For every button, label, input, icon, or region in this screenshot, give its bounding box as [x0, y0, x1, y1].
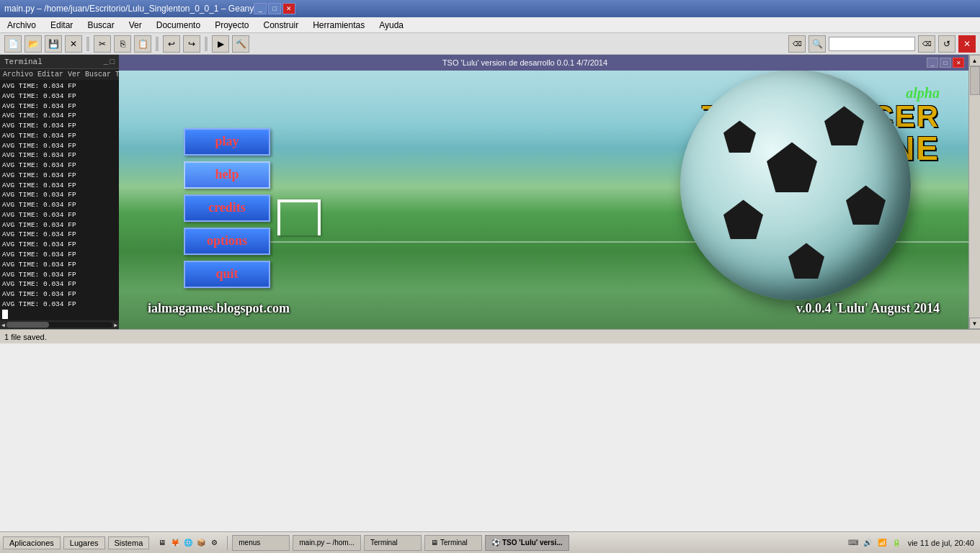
toolbar-search-icon: 🔍 — [808, 35, 826, 53]
game-titlebar: TSO 'Lulu' version de desarrollo 0.0.1 4… — [119, 55, 968, 71]
terminal-hscroll: ◀ ▶ — [0, 320, 119, 329]
taskbar-lugares-btn[interactable]: Lugares — [63, 536, 105, 549]
terminal-line: AVG TIME: 0.034 FP — [2, 181, 117, 191]
terminal-line: AVG TIME: 0.034 FP — [2, 161, 117, 171]
geany-title: main.py – /home/juan/Escritorio/Lulu_Sin… — [4, 4, 254, 14]
terminal-line: AVG TIME: 0.034 FP — [2, 150, 117, 161]
menu-herramientas[interactable]: Herramientas — [308, 19, 369, 32]
scroll-up-btn[interactable]: ▲ — [969, 55, 981, 66]
toolbar-copy-btn[interactable]: ⎘ — [114, 35, 131, 53]
tray-battery-icon: 🔋 — [891, 537, 902, 549]
geany-close-btn[interactable]: ✕ — [282, 3, 295, 14]
toolbar-build-btn[interactable]: 🔨 — [232, 35, 249, 53]
taskbar-sistema-btn[interactable]: Sistema — [108, 536, 150, 549]
terminal-line: AVG TIME: 0.034 FP — [2, 102, 117, 112]
taskbar-tray: ⌨ 🔊 📶 🔋 vie 11 de jul, 20:40 — [847, 537, 977, 549]
taskbar-item-terminal1[interactable]: Terminal — [364, 535, 422, 551]
menu-buscar[interactable]: Buscar — [83, 19, 118, 32]
taskbar-item-menus[interactable]: menus — [232, 535, 290, 551]
geany-titlebar: main.py – /home/juan/Escritorio/Lulu_Sin… — [0, 0, 980, 17]
geany-statusbar: 1 file saved. — [0, 329, 980, 343]
geany-scrollbar: ▲ ▼ — [968, 55, 980, 329]
tray-icon-3: 🌐 — [182, 537, 194, 549]
terminal-line: AVG TIME: 0.034 FP — [2, 220, 117, 230]
game-maximize-btn[interactable]: □ — [940, 58, 951, 68]
hscroll-left-btn[interactable]: ◀ — [1, 322, 5, 328]
menu-archivo[interactable]: Archivo — [3, 19, 40, 32]
scroll-down-btn[interactable]: ▼ — [969, 318, 981, 329]
terminal-line: AVG TIME: 0.034 FP — [2, 81, 117, 91]
terminal-title-label: Terminal — [4, 58, 43, 66]
credits-button[interactable]: credits — [184, 194, 270, 222]
toolbar-run-btn[interactable]: ▶ — [212, 35, 229, 53]
terminal-minimize-btn[interactable]: _ — [104, 58, 109, 66]
geany-maximize-btn[interactable]: □ — [268, 3, 281, 14]
toolbar-paste-btn[interactable]: 📋 — [134, 35, 151, 53]
main-content-area: Terminal _ □ Archivo Editar Ver Buscar T… — [0, 55, 980, 329]
bottom-right-text: v.0.0.4 'Lulu' August 2014 — [796, 301, 940, 316]
terminal-line: AVG TIME: 0.034 FP — [2, 289, 117, 300]
terminal-menu-buscar[interactable]: Buscar — [85, 71, 111, 78]
terminal-titlebar: Terminal _ □ — [0, 55, 119, 69]
toolbar-redo-btn[interactable]: ↪ — [183, 35, 200, 53]
menu-ayuda[interactable]: Ayuda — [375, 19, 408, 32]
terminal-line: AVG TIME: 0.034 FP — [2, 111, 117, 121]
game-close-btn[interactable]: ✕ — [953, 58, 964, 68]
scroll-thumb — [970, 66, 980, 95]
toolbar-search-clear-btn[interactable]: ⌫ — [788, 35, 806, 53]
game-minimize-btn[interactable]: _ — [927, 58, 938, 68]
help-button[interactable]: help — [184, 161, 270, 189]
ball-pentagon-6 — [723, 120, 756, 153]
toolbar-search-input[interactable] — [829, 37, 915, 51]
terminal-line: AVG TIME: 0.034 FP — [2, 240, 117, 250]
tray-icon-4: 📦 — [195, 537, 207, 549]
terminal-menu-archivo[interactable]: Archivo — [3, 71, 33, 78]
hscroll-track — [6, 322, 112, 328]
terminal-cursor-line — [2, 310, 117, 320]
toolbar-stop-btn[interactable]: ✕ — [958, 35, 976, 53]
terminal-panel: Terminal _ □ Archivo Editar Ver Buscar T… — [0, 55, 119, 329]
geany-window: main.py – /home/juan/Escritorio/Lulu_Sin… — [0, 0, 980, 553]
toolbar-new-btn[interactable]: 📄 — [4, 35, 22, 53]
taskbar-start: Aplicaciones Lugares Sistema — [3, 536, 149, 549]
terminal-line: AVG TIME: 0.034 FP — [2, 279, 117, 289]
geany-toolbar: 📄 📂 💾 ✕ ✂ ⎘ 📋 ↩ ↪ ▶ 🔨 ⌫ 🔍 ⌫ ↺ ✕ — [0, 33, 980, 55]
options-button[interactable]: options — [184, 228, 270, 255]
scroll-track — [969, 66, 980, 318]
menu-proyecto[interactable]: Proyecto — [210, 19, 253, 32]
ball-pentagon-4 — [723, 199, 763, 239]
quit-button[interactable]: quit — [184, 261, 270, 288]
terminal-menu-editar[interactable]: Editar — [37, 71, 63, 78]
terminal-line: AVG TIME: 0.034 FP — [2, 121, 117, 131]
taskbar-sep-1 — [227, 536, 228, 550]
game-titlebar-title: TSO 'Lulu' version de desarrollo 0.0.1 4… — [123, 58, 927, 67]
terminal-line: AVG TIME: 0.034 FP — [2, 131, 117, 141]
toolbar-undo-btn[interactable]: ↩ — [163, 35, 180, 53]
toolbar-save-btn[interactable]: 💾 — [45, 35, 62, 53]
toolbar-search-clear2-btn[interactable]: ⌫ — [918, 35, 935, 53]
terminal-menu-ver[interactable]: Ver — [68, 71, 81, 78]
play-button[interactable]: play — [184, 128, 270, 156]
terminal-line: AVG TIME: 0.034 FP — [2, 300, 117, 310]
taskbar-item-terminal2[interactable]: 🖥Terminal — [424, 535, 482, 551]
menu-ver[interactable]: Ver — [125, 19, 146, 32]
status-text: 1 file saved. — [4, 333, 47, 341]
soccer-ball — [680, 71, 911, 300]
taskbar-item-tso[interactable]: ⚽TSO 'Lulu' versi... — [485, 535, 569, 551]
terminal-maximize-btn[interactable]: □ — [110, 58, 115, 66]
menu-construir[interactable]: Construir — [259, 19, 303, 32]
terminal-line: AVG TIME: 0.034 FP — [2, 230, 117, 240]
menu-documento[interactable]: Documento — [152, 19, 205, 32]
taskbar-item-mainpy[interactable]: main.py – /hom... — [293, 535, 361, 551]
taskbar-aplicaciones-btn[interactable]: Aplicaciones — [3, 536, 61, 549]
menu-editar[interactable]: Editar — [46, 19, 77, 32]
terminal-content: AVG TIME: 0.034 FPAVG TIME: 0.034 FPAVG … — [0, 80, 119, 320]
terminal-line: AVG TIME: 0.034 FP — [2, 171, 117, 181]
toolbar-cut-btn[interactable]: ✂ — [94, 35, 111, 53]
goalpost — [277, 199, 321, 235]
toolbar-close-btn[interactable]: ✕ — [65, 35, 82, 53]
hscroll-right-btn[interactable]: ▶ — [114, 322, 117, 328]
toolbar-open-btn[interactable]: 📂 — [24, 35, 42, 53]
geany-minimize-btn[interactable]: _ — [254, 3, 267, 14]
toolbar-nav-btn[interactable]: ↺ — [938, 35, 956, 53]
